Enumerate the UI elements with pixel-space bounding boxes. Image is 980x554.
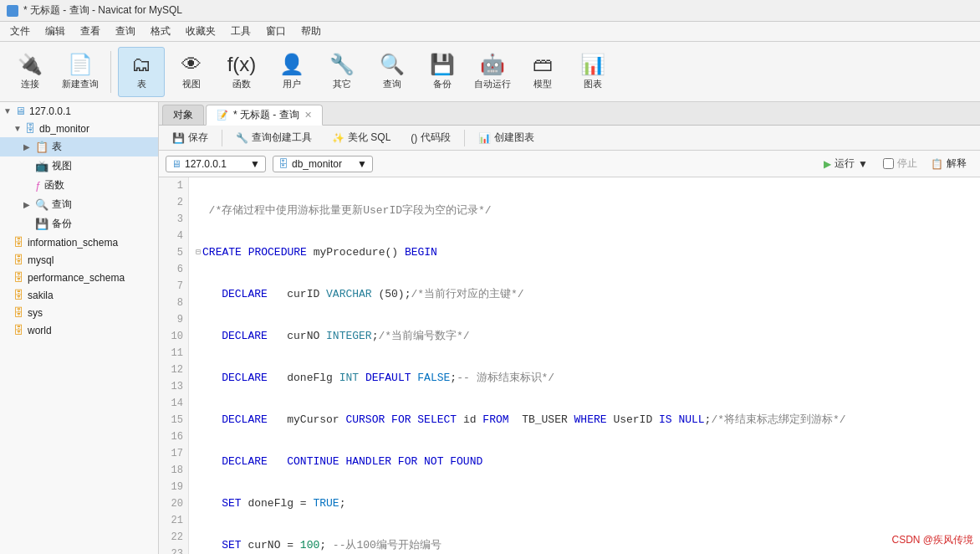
toolbar-btn-label-表: 表: [137, 78, 146, 90]
db7-item[interactable]: 🗄 world: [0, 321, 158, 339]
db3-icon: 🗄: [13, 254, 24, 266]
tab-query-label: * 无标题 - 查询: [233, 108, 299, 122]
toolbar-btn-函数[interactable]: f(x)函数: [218, 47, 265, 97]
menu-item-查看[interactable]: 查看: [74, 23, 107, 40]
create-chart-button[interactable]: 📊 创建图表: [472, 129, 541, 146]
db5-item[interactable]: 🗄 sakila: [0, 286, 158, 304]
table-folder-item[interactable]: ▶ 📋 表: [0, 137, 158, 156]
menu-item-窗口[interactable]: 窗口: [259, 23, 293, 40]
stop-checkbox[interactable]: [883, 158, 894, 169]
toolbar-btn-视图[interactable]: 👁视图: [168, 47, 215, 97]
server-label: 127.0.0.1: [29, 105, 71, 117]
toolbar-icon-连接: 🔌: [18, 53, 43, 76]
db3-item[interactable]: 🗄 mysql: [0, 251, 158, 269]
sql-toolbar: 💾 保存 🔧 查询创建工具 ✨ 美化 SQL () 代码段 📊 创建图表: [159, 126, 980, 151]
code-editor[interactable]: 1 2 3 4 5 6 7 8 9 10 11 12 13 14 15 16 1…: [159, 177, 980, 554]
beautify-sql-button[interactable]: ✨ 美化 SQL: [325, 129, 397, 146]
db7-icon: 🗄: [13, 324, 24, 336]
code-content[interactable]: /*存储过程中使用游标批量更新UserID字段为空的记录*/ ⊟CREATE P…: [189, 177, 980, 554]
db6-item[interactable]: 🗄 sys: [0, 304, 158, 321]
code-snippet-button[interactable]: () 代码段: [404, 129, 457, 146]
server-selector-value: 127.0.0.1: [185, 158, 227, 170]
server-item[interactable]: ▼ 🖥 127.0.0.1: [0, 102, 158, 120]
toolbar-btn-表[interactable]: 🗂表: [118, 47, 165, 97]
db-item[interactable]: ▼ 🗄 db_monitor: [0, 120, 158, 137]
tab-bar: 对象 📝 * 无标题 - 查询 ✕: [159, 102, 980, 126]
toolbar-btn-查询[interactable]: 🔍查询: [369, 47, 416, 97]
tab-close-button[interactable]: ✕: [304, 110, 312, 121]
line-num-17: 17: [164, 445, 183, 462]
toolbar-btn-模型[interactable]: 🗃模型: [519, 47, 566, 97]
toolbar-btn-label-函数: 函数: [232, 78, 251, 90]
toolbar-btn-用户[interactable]: 👤用户: [268, 47, 315, 97]
line-num-4: 4: [164, 228, 183, 244]
query-builder-button[interactable]: 🔧 查询创建工具: [229, 129, 319, 146]
db4-label: performance_schema: [28, 272, 125, 284]
db2-item[interactable]: 🗄 information_schema: [0, 233, 158, 251]
db3-label: mysql: [28, 254, 54, 266]
toolbar-btn-自动运行[interactable]: 🤖自动运行: [469, 47, 516, 97]
db-selector[interactable]: 🗄 db_monitor ▼: [273, 156, 373, 172]
tab-query[interactable]: 📝 * 无标题 - 查询 ✕: [206, 105, 323, 126]
explain-label: 解释: [947, 156, 967, 171]
db4-item[interactable]: 🗄 performance_schema: [0, 269, 158, 286]
menu-item-收藏夹[interactable]: 收藏夹: [179, 23, 222, 40]
query-label: 查询: [52, 197, 72, 212]
toolbar-btn-图表[interactable]: 📊图表: [569, 47, 616, 97]
backup-icon: 💾: [35, 218, 48, 230]
func-folder-item[interactable]: ƒ 函数: [0, 176, 158, 195]
expand-arrow: ▼: [13, 124, 22, 133]
code-line-9: SET curNO = 100; --从100编号开始编号: [196, 537, 973, 554]
line-num-7: 7: [164, 278, 183, 295]
toolbar-btn-其它[interactable]: 🔧其它: [319, 47, 365, 97]
run-button[interactable]: ▶ 运行 ▼: [815, 154, 876, 173]
menu-item-帮助[interactable]: 帮助: [294, 23, 328, 40]
line-num-1: 1: [164, 177, 183, 194]
toolbar-divider2: [464, 130, 465, 146]
watermark: CSDN @疾风传境: [891, 533, 973, 547]
menu-item-查询[interactable]: 查询: [109, 23, 142, 40]
run-dropdown-arrow: ▼: [858, 158, 868, 170]
menu-bar: 文件编辑查看查询格式收藏夹工具窗口帮助: [0, 22, 980, 42]
db-icon: 🗄: [25, 122, 36, 135]
server-selector[interactable]: 🖥 127.0.0.1 ▼: [166, 156, 266, 172]
toolbar-btn-label-查询: 查询: [383, 78, 401, 90]
toolbar-btn-label-备份: 备份: [433, 78, 452, 90]
db2-label: information_schema: [28, 237, 118, 249]
query-icon: 🔍: [35, 198, 48, 211]
db6-icon: 🗄: [13, 306, 24, 319]
toolbar-icon-函数: f(x): [227, 53, 257, 76]
expand-arrow: ▶: [23, 200, 32, 209]
save-icon: 💾: [172, 132, 185, 144]
tab-objects[interactable]: 对象: [162, 105, 204, 125]
line-num-13: 13: [164, 378, 183, 395]
toolbar-btn-新建查询[interactable]: 📄新建查询: [57, 47, 104, 97]
table-icon: 📋: [35, 141, 48, 153]
menu-item-格式[interactable]: 格式: [144, 23, 177, 40]
create-chart-label: 创建图表: [494, 131, 534, 145]
code-snippet-icon: (): [411, 132, 417, 144]
backup-folder-item[interactable]: 💾 备份: [0, 214, 158, 233]
view-folder-item[interactable]: 📺 视图: [0, 156, 158, 176]
db-label: db_monitor: [39, 123, 89, 135]
toolbar-btn-label-视图: 视图: [182, 78, 201, 90]
toolbar-btn-连接[interactable]: 🔌连接: [7, 47, 54, 97]
code-line-5: DECLARE doneFlg INT DEFAULT FALSE;-- 游标结…: [196, 370, 973, 387]
line-num-23: 23: [164, 546, 183, 554]
code-line-8: SET doneFlg = TRUE;: [196, 495, 973, 512]
query-builder-label: 查询创建工具: [252, 131, 312, 145]
menu-item-编辑[interactable]: 编辑: [38, 23, 72, 40]
query-tab-icon: 📝: [217, 110, 228, 121]
toolbar-icon-图表: 📊: [580, 53, 605, 76]
menu-item-文件[interactable]: 文件: [3, 23, 37, 40]
line-num-2: 2: [164, 194, 183, 211]
main-layout: ▼ 🖥 127.0.0.1 ▼ 🗄 db_monitor ▶ 📋 表 📺 视图 …: [0, 102, 980, 554]
app-icon: [7, 5, 18, 17]
db7-label: world: [28, 325, 52, 336]
explain-button[interactable]: 📋 解释: [924, 155, 973, 172]
toolbar-btn-备份[interactable]: 💾备份: [419, 47, 466, 97]
menu-item-工具[interactable]: 工具: [224, 23, 258, 40]
toolbar-btn-label-自动运行: 自动运行: [474, 78, 511, 90]
query-folder-item[interactable]: ▶ 🔍 查询: [0, 195, 158, 214]
save-button[interactable]: 💾 保存: [166, 129, 215, 146]
